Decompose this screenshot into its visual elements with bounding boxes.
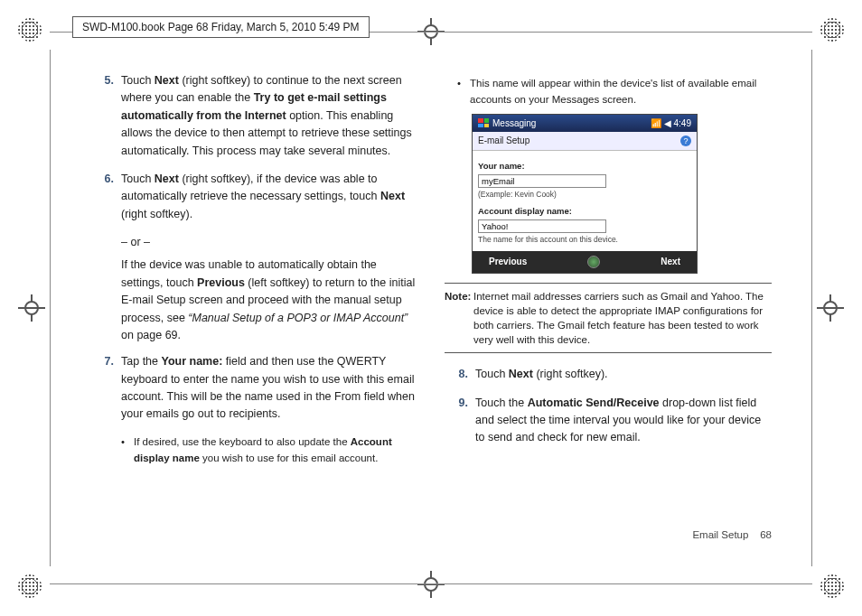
step-5: 5. Touch Next (right softkey) to continu… [90,72,417,160]
bold: Automatic Send/Receive [528,397,660,409]
your-name-hint: (Example: Kevin Cook) [478,189,691,201]
right-bullet: This name will appear within the device'… [457,76,772,108]
bold: Your name: [161,355,222,368]
cross-reference: “Manual Setup of a POP3 or IMAP Account” [188,312,408,324]
help-icon: ? [680,135,691,146]
text: Touch [121,173,155,185]
bold: Next [155,74,179,87]
crop-ornament-tr [820,18,844,42]
step-9: 9. Touch the Automatic Send/Receive drop… [445,395,772,447]
text: Touch the [475,397,528,409]
device-status: 📶 ◀ 4:49 [651,117,691,131]
step-6: 6. Touch Next (right softkey), if the de… [90,171,417,223]
text: Touch [475,368,509,380]
registration-mark-bottom [417,571,445,598]
crop-line-bottom [50,583,812,584]
step-7: 7. Tap the Your name: field and then use… [90,353,417,424]
text: Touch [121,74,155,87]
bold: Next [380,190,405,202]
footer-page-number: 68 [760,529,772,540]
note-label: Note: [445,289,471,303]
device-title: Messaging [492,117,536,131]
step-6-alt: If the device was unable to automaticall… [90,257,417,344]
display-name-hint: The name for this account on this device… [478,234,691,246]
page-footer: Email Setup 68 [692,527,772,544]
text: Tap the [121,355,161,368]
bold: Previous [197,276,245,289]
softkey-next: Next [661,255,680,269]
start-icon [478,118,489,127]
step-number: 7. [90,353,114,370]
crop-line-right [811,50,812,566]
crop-ornament-br [820,574,844,598]
footer-section: Email Setup [692,529,748,540]
or-separator: – or – [90,234,417,251]
display-name-field [478,219,606,233]
step-number: 6. [90,171,114,188]
text: If desired, use the keyboard to also upd… [134,436,351,447]
crop-line-left [50,50,51,566]
text: you wish to use for this email account. [200,453,379,463]
header-stamp: SWD-M100.book Page 68 Friday, March 5, 2… [72,16,370,38]
softkey-center-icon [587,256,600,268]
step-7-bullet: If desired, use the keyboard to also upd… [121,434,417,467]
registration-mark-right [817,294,844,322]
column-right: This name will appear within the device'… [445,72,772,544]
column-left: 5. Touch Next (right softkey) to continu… [90,72,417,544]
display-name-label: Account display name: [478,205,691,219]
device-screenshot: Messaging 📶 ◀ 4:49 E-mail Setup ? Your n… [472,114,698,274]
your-name-field [478,174,606,188]
text: on page 69. [121,329,181,341]
text: (right softkey). [533,368,608,380]
registration-mark-left [18,294,45,322]
device-titlebar: Messaging 📶 ◀ 4:49 [473,115,697,133]
note-box: Note: Internet mail addresses carriers s… [445,283,772,353]
crop-ornament-tl [18,18,42,42]
note-body: Internet mail addresses carriers such as… [445,289,772,347]
step-number: 9. [445,395,468,412]
bold: Next [509,368,533,380]
crop-ornament-bl [18,574,42,598]
step-number: 8. [445,366,468,383]
page-content: 5. Touch Next (right softkey) to continu… [90,72,772,544]
step-number: 5. [90,72,114,89]
step-8: 8. Touch Next (right softkey). [445,366,772,383]
text: (right softkey). [121,208,192,220]
device-softkeys: Previous Next [473,251,697,273]
bold: Next [155,173,179,185]
softkey-previous: Previous [489,255,527,269]
your-name-label: Your name: [478,160,691,173]
device-subtitle: E-mail Setup [478,134,529,148]
device-subbar: E-mail Setup ? [473,132,697,151]
